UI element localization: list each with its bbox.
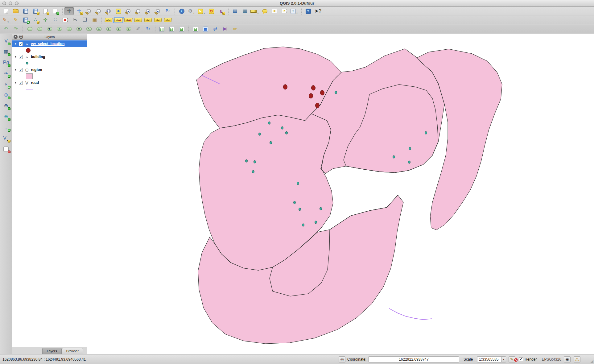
field-calculator-icon[interactable]: ▦	[240, 7, 250, 15]
redo-icon[interactable]: ↷	[11, 25, 20, 33]
pan-map-icon[interactable]: ✛	[64, 7, 74, 15]
current-edits-icon[interactable]: ✎▼	[1, 16, 10, 24]
minimize-window-button[interactable]	[9, 2, 12, 5]
dropdown-arrow-icon[interactable]: ▼	[7, 21, 9, 24]
layer-visibility-checkbox[interactable]: ✓	[19, 55, 23, 59]
rotate-feature-icon[interactable]: ↻	[143, 25, 153, 33]
crs-status-icon[interactable]: ◉	[564, 356, 571, 362]
zoom-out-icon[interactable]: −	[94, 7, 103, 15]
remove-layer-icon[interactable]: −	[1, 144, 11, 154]
new-shapefile-layer-icon[interactable]: V*▼	[1, 134, 11, 143]
run-feature-action-icon[interactable]: ⚙▼	[187, 7, 196, 15]
label-pin-move-icon[interactable]: ab	[114, 16, 123, 24]
add-postgis-layer-icon[interactable]: Pg+	[1, 58, 11, 67]
zoom-last-icon[interactable]: ◂	[143, 7, 153, 15]
expand-triangle-icon[interactable]: ▼	[14, 55, 17, 58]
split-parts-icon[interactable]: ⊕	[114, 25, 123, 33]
open-attribute-table-icon[interactable]: ▤	[230, 7, 240, 15]
layer-item-region[interactable]: ▼✓▢region	[12, 66, 87, 73]
tab-browser[interactable]: Browser	[62, 348, 83, 354]
offset-curve-icon[interactable]: ⊂	[94, 25, 103, 33]
label-move-icon[interactable]: abc	[143, 16, 153, 24]
delete-ring-icon[interactable]: ◌	[64, 25, 74, 33]
full-histogram-stretch-icon[interactable]	[167, 25, 176, 33]
text-annotation-icon[interactable]: T▼	[290, 7, 299, 15]
add-vector-layer-icon[interactable]: V+	[1, 36, 11, 46]
layer-item-vw_select_location[interactable]: ▼✓∴vw_select_location	[12, 40, 87, 47]
dropdown-arrow-icon[interactable]: ▼	[257, 12, 259, 15]
simplify-feature-icon[interactable]	[25, 25, 34, 33]
add-feature-icon[interactable]: ∴+	[31, 16, 40, 24]
add-wcs-layer-icon[interactable]: ⊕+	[1, 101, 11, 110]
zoom-full-extent-icon[interactable]: ❖	[114, 7, 123, 15]
paste-features-icon[interactable]: ▣	[90, 16, 99, 24]
new-project-icon[interactable]	[1, 7, 10, 15]
full-cumulative-stretch-icon[interactable]	[191, 25, 200, 33]
label-abc-icon[interactable]: abc	[104, 16, 113, 24]
measure-icon[interactable]: ▼	[250, 7, 259, 15]
zoom-next-icon[interactable]: ▸	[153, 7, 163, 15]
zoom-to-layer-icon[interactable]	[134, 7, 143, 15]
local-histogram-stretch-icon[interactable]	[157, 25, 167, 33]
label-rotate-icon[interactable]: abc	[153, 16, 163, 24]
scale-dropdown-icon[interactable]: ▼	[501, 356, 506, 362]
composer-manager-icon[interactable]: ~	[51, 7, 60, 15]
save-project-as-icon[interactable]: +	[31, 7, 40, 15]
label-pin-hold-icon[interactable]: ab	[124, 16, 133, 24]
zoom-window-button[interactable]	[15, 2, 19, 5]
layer-visibility-checkbox[interactable]: ✓	[19, 81, 23, 85]
select-by-expression-icon[interactable]: ε▪	[217, 7, 226, 15]
close-window-button[interactable]	[2, 2, 6, 5]
select-features-icon[interactable]: ➤▼	[197, 7, 206, 15]
zoom-to-selection-icon[interactable]: ■	[124, 7, 133, 15]
undo-icon[interactable]: ↶	[1, 25, 10, 33]
show-bookmarks-icon[interactable]: ⚑	[280, 7, 289, 15]
new-bookmark-icon[interactable]: ✱	[270, 7, 279, 15]
label-properties-icon[interactable]: abc	[163, 16, 172, 24]
move-feature-icon[interactable]: ✛	[41, 16, 50, 24]
dropdown-arrow-icon[interactable]: ▼	[203, 12, 205, 15]
scale-combobox[interactable]: 1:33565585 ▼	[477, 356, 506, 362]
add-spatialite-layer-icon[interactable]: ❧+	[1, 69, 11, 78]
add-raster-layer-icon[interactable]: ▦+	[1, 47, 11, 56]
layer-visibility-checkbox[interactable]: ✓	[19, 68, 23, 72]
layer-item-road[interactable]: ▼✓⋁road	[12, 79, 87, 86]
help-contents-icon[interactable]: ?	[303, 7, 313, 15]
offline-editing-convert-icon[interactable]: ▦	[201, 25, 210, 33]
scale-value[interactable]: 1:33565585	[477, 356, 501, 362]
dropdown-arrow-icon[interactable]: ▼	[193, 12, 195, 15]
add-mssql-layer-icon[interactable]: ◗+	[1, 80, 11, 89]
node-tool-icon[interactable]: ∷	[51, 16, 60, 24]
identify-features-icon[interactable]: i	[177, 7, 186, 15]
stop-rendering-icon[interactable]: ✎	[509, 356, 515, 362]
python-console-icon[interactable]: ✏	[230, 25, 240, 33]
toggle-editing-icon[interactable]: ✎	[11, 16, 20, 24]
save-project-icon[interactable]	[21, 7, 30, 15]
offline-editing-sync-icon[interactable]: ⇄	[211, 25, 220, 33]
fill-ring-icon[interactable]: ●	[55, 25, 64, 33]
add-delimited-text-layer-icon[interactable]: ,+	[1, 123, 11, 132]
add-part-icon[interactable]: ✚	[45, 25, 54, 33]
mouse-position-toggle-icon[interactable]: ◎	[339, 356, 345, 362]
log-messages-warning-icon[interactable]: ⚠	[574, 356, 580, 362]
layer-item-building[interactable]: ▼✓∴building	[12, 53, 87, 60]
label-show-hide-icon[interactable]: abc	[134, 16, 143, 24]
local-cumulative-stretch-icon[interactable]	[177, 25, 186, 33]
open-project-icon[interactable]	[11, 7, 20, 15]
merge-features-icon[interactable]: ⊗	[124, 25, 133, 33]
refresh-map-icon[interactable]: ↻	[163, 7, 172, 15]
tab-layers[interactable]: Layers	[42, 348, 62, 354]
render-checkbox[interactable]: ✓	[519, 357, 523, 361]
add-ring-icon[interactable]: ◦	[35, 25, 44, 33]
resize-grip[interactable]: ◢	[590, 359, 593, 363]
road-graph-icon[interactable]: ⋈	[221, 25, 230, 33]
delete-selected-icon[interactable]: ✖	[60, 16, 70, 24]
delete-part-icon[interactable]: ✖	[74, 25, 84, 33]
deselect-all-icon[interactable]: ∅	[207, 7, 216, 15]
zoom-actual-size-icon[interactable]: 1:1	[104, 7, 113, 15]
cut-features-icon[interactable]: ✂	[70, 16, 80, 24]
new-print-composer-icon[interactable]: *	[41, 7, 50, 15]
pan-to-selection-icon[interactable]: ✛▪	[74, 7, 84, 15]
expand-triangle-icon[interactable]: ▼	[14, 68, 17, 71]
add-wms-layer-icon[interactable]: ⊕+	[1, 90, 11, 100]
